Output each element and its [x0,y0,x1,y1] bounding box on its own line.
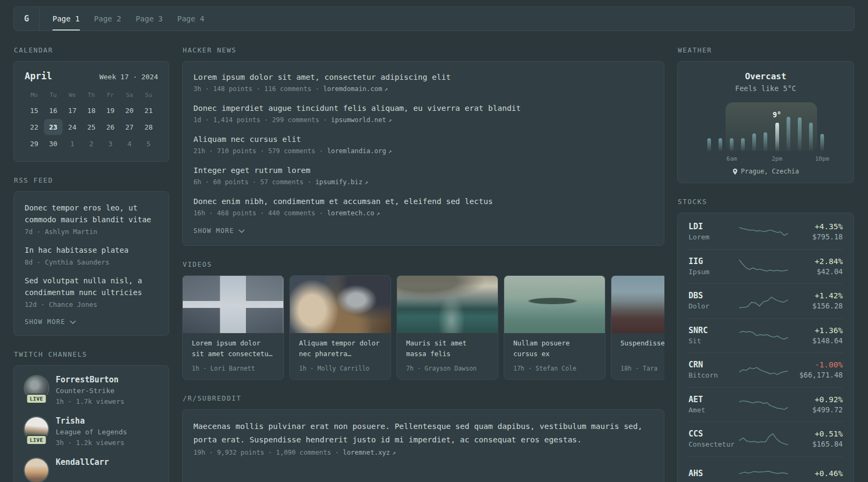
video-thumbnail[interactable] [611,276,664,333]
stocks-widget: STOCKS LDI Lorem + [677,198,854,482]
hacker-news-show-more[interactable]: SHOW MORE [193,227,653,235]
external-link-arrow-icon: ↗ [365,179,369,186]
stock-row[interactable]: IIG Ipsum +2.84% $42.04 [689,250,843,284]
hacker-news-item-title[interactable]: Lorem ipsum dolor sit amet, consectetur … [193,71,653,83]
weather-location[interactable]: Prague, Czechia [741,168,799,175]
hacker-news-item-title[interactable]: Aliquam nec cursus elit [193,133,653,145]
stock-symbol[interactable]: DBS [689,290,738,301]
rss-item-title[interactable]: Donec tempor eros leo, ut commodo mauris… [25,202,158,225]
video-card[interactable]: Suspendisse diam 18h · Tara [611,275,664,380]
nav-tab[interactable]: Page 1 [53,7,80,31]
stock-row[interactable]: AET Amet +0.92% $499.72 [689,388,843,423]
twitch-channel-row[interactable]: KendallCarr [25,457,158,482]
nav-tab[interactable]: Page 4 [177,7,205,31]
rss-item[interactable]: Sed volutpat nulla nisl, a condimentum n… [25,275,158,310]
twitch-channel-name[interactable]: KendallCarr [56,457,109,468]
rss-item-title[interactable]: Sed volutpat nulla nisl, a condimentum n… [25,275,158,298]
hacker-news-item-domain[interactable]: ipsumify.biz [315,178,362,186]
hacker-news-item-stats: 6h · 60 points · 57 comments · [193,178,311,186]
calendar-day: 4 [120,135,139,152]
show-more-label: SHOW MORE [193,227,234,235]
video-card[interactable]: Aliquam tempor dolor nec pharetra… 1h · … [289,275,391,380]
hacker-news-item-title[interactable]: Donec enim nibh, condimentum et accumsan… [193,195,653,207]
hacker-news-item-domain[interactable]: ipsumworld.net [331,116,386,124]
stock-values: +4.35% $795.18 [789,221,843,242]
stock-row[interactable]: SNRC Sit +1.36% $148.64 [689,319,843,353]
video-title[interactable]: Suspendisse diam [611,333,664,359]
twitch-channel-name[interactable]: Trisha [56,416,127,427]
twitch-card: LIVE ForrestBurton Counter-Strike 1h · 1… [13,365,169,482]
hacker-news-item: Donec imperdiet augue tincidunt felis al… [193,102,653,125]
twitch-channel-name[interactable]: ForrestBurton [56,374,124,386]
stock-symbol[interactable]: CCS [689,428,738,439]
rss-show-more[interactable]: SHOW MORE [25,318,158,326]
weather-card: Overcast Feels like 5°C [677,61,854,183]
video-thumbnail[interactable] [290,276,391,333]
nav-tab[interactable]: Page 3 [136,7,163,31]
stock-row[interactable]: CCS Consectetur +0.51% $165.84 [689,422,843,457]
weather-time-label: 2pm [772,155,782,162]
weather-feels-like: Feels like 5°C [689,83,843,94]
videos-header: VIDEOS [183,260,664,268]
twitch-channel-row[interactable]: LIVE ForrestBurton Counter-Strike 1h · 1… [25,374,158,406]
twitch-channel-viewers: 3h · 1.2k viewers [56,438,127,448]
stock-values: +0.51% $165.84 [789,428,843,449]
hacker-news-item-meta: 3h · 148 points · 116 comments · loremdo… [193,84,653,94]
video-thumbnail[interactable] [397,276,498,333]
video-title[interactable]: Lorem ipsum dolor sit amet consectetu… [183,333,283,359]
external-link-arrow-icon: ↗ [384,86,388,93]
stock-symbol[interactable]: SNRC [689,325,738,336]
video-card[interactable]: Lorem ipsum dolor sit amet consectetu… 1… [182,275,284,380]
stock-row[interactable]: LDI Lorem +4.35% $795.18 [689,215,843,250]
video-title[interactable]: Mauris sit amet massa felis [397,333,498,359]
subreddit-post-stats: 19h · 9,932 points · 1,090 comments · [193,449,339,456]
stock-symbol[interactable]: IIG [689,256,738,267]
rss-item-meta: 8d · Cynthia Saunders [25,257,158,267]
video-card[interactable]: Nullam posuere cursus ex 17h · Stefan Co… [504,275,605,380]
stock-row[interactable]: AHS +0.46% [689,457,843,482]
video-title[interactable]: Aliquam tempor dolor nec pharetra… [290,333,391,359]
twitch-channel-game[interactable]: Counter-Strike [56,386,124,396]
video-title[interactable]: Nullam posuere cursus ex [504,333,605,359]
video-thumbnail[interactable] [504,276,605,333]
stock-change-percent: +0.51% [789,428,843,439]
rss-item[interactable]: In hac habitasse platea 8d · Cynthia Sau… [25,244,158,267]
rss-item-title[interactable]: In hac habitasse platea [25,244,158,256]
weather-widget: WEATHER Overcast Feels like 5°C [677,46,854,183]
subreddit-post-title[interactable]: Maecenas mollis pulvinar erat non posuer… [193,420,653,447]
calendar-day: 25 [82,119,101,135]
hacker-news-item-title[interactable]: Integer eget rutrum lorem [193,164,653,176]
calendar-day-grid: 15 16 17 18 19 20 21 [25,102,158,152]
calendar-card: April Week 17 · 2024 Mo Tu We Th [13,61,169,162]
twitch-channel-row[interactable]: LIVE Trisha League of Legends 3h · 1.2k … [25,416,158,448]
video-card[interactable]: Mauris sit amet massa felis 7h · Grayson… [396,275,498,380]
video-thumbnail[interactable] [183,276,283,333]
stock-name: Sit [689,336,738,346]
stock-row[interactable]: DBS Dolor +1.42% $156.28 [689,284,843,319]
subreddit-post-domain[interactable]: loremnet.xyz [343,449,390,456]
calendar-day: 15 [25,102,44,118]
weather-time-label: 10pm [815,155,829,162]
hacker-news-card: Lorem ipsum dolor sit amet, consectetur … [182,61,664,246]
stock-symbol[interactable]: CRN [689,359,738,370]
twitch-channel-game[interactable]: League of Legends [56,427,127,438]
hacker-news-item-domain[interactable]: loremlandia.org [327,147,386,155]
stock-values: +0.46% [789,468,843,479]
stock-name: Consectetur [689,439,738,449]
weather-header: WEATHER [678,46,854,54]
twitch-channel-info: ForrestBurton Counter-Strike 1h · 1.7k v… [56,374,124,406]
stock-row[interactable]: CRN Bitcorn -1.00% $66,171.48 [689,353,843,388]
hacker-news-item-domain[interactable]: loremtech.co [327,209,374,217]
app-logo[interactable]: G [14,7,39,31]
sparkline-chart [738,257,789,276]
stock-symbol[interactable]: AET [689,394,738,405]
rss-item[interactable]: Donec tempor eros leo, ut commodo mauris… [25,202,158,237]
stock-symbol[interactable]: LDI [689,221,738,232]
sparkline-chart [738,360,789,380]
hacker-news-item-title[interactable]: Donec imperdiet augue tincidunt felis al… [193,102,653,114]
stock-symbol[interactable]: AHS [689,468,738,479]
calendar-day: 18 [82,102,101,118]
hacker-news-item-domain[interactable]: loremdomain.com [323,85,382,93]
hacker-news-item-stats: 21h · 710 points · 579 comments · [193,147,323,155]
nav-tab[interactable]: Page 2 [94,7,122,31]
